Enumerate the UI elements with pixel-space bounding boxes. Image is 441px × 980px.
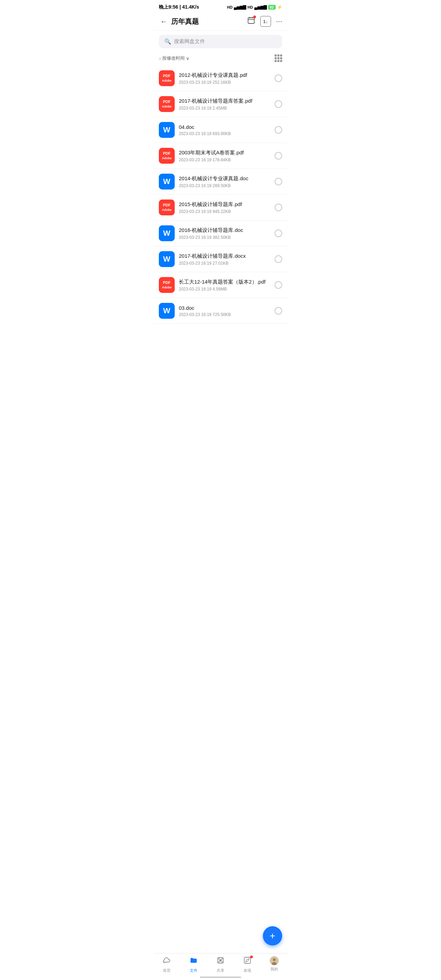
file-name: 2014-机械设计专业课真题.doc [179,175,271,182]
svg-point-34 [218,962,219,963]
status-time: 晚上9:56 | 41.4K/s [159,4,199,10]
file-meta: 2023-03-23 16:19 289.50KB [179,183,271,188]
nav-share[interactable]: 共享 [207,956,234,973]
file-icon-doc: W [159,251,175,267]
file-name: 2012-机械设计专业课真题.pdf [179,72,271,79]
file-name: 2017-机械设计辅导题库.docx [179,253,271,259]
file-item[interactable]: W 2016-机械设计辅导题库.doc2023-03-23 16:19 382.… [153,221,288,247]
user-avatar [270,956,279,965]
svg-rect-0 [248,18,254,24]
file-info: 2015-机械设计辅导题库.pdf2023-03-23 16:19 945.22… [179,201,271,214]
file-info: 03.doc2023-03-23 16:19 725.50KB [179,305,271,317]
file-icon-pdf: PDF Adobe [159,148,175,164]
add-file-button[interactable]: + [263,926,282,945]
search-bar[interactable]: 🔍 搜索网盘文件 [159,35,282,48]
file-item[interactable]: W 2014-机械设计专业课真题.doc2023-03-23 16:19 289… [153,169,288,195]
sort-order-label: 1↓ [263,19,268,24]
calendar-button[interactable] [247,16,255,27]
file-item[interactable]: W 2017-机械设计辅导题库.docx2023-03-23 16:19 27.… [153,247,288,272]
file-select-radio[interactable] [275,229,282,237]
file-select-radio[interactable] [275,281,282,289]
file-select-radio[interactable] [275,307,282,315]
file-select-radio[interactable] [275,126,282,134]
file-select-radio[interactable] [275,204,282,211]
file-info: 长工大12-14年真题答案（版本2）.pdf2023-03-23 16:19 4… [179,279,271,291]
svg-point-38 [273,958,275,961]
file-item[interactable]: PDF Adobe 2015-机械设计辅导题库.pdf2023-03-23 16… [153,195,288,221]
svg-text:W: W [163,126,170,134]
file-name: 长工大12-14年真题答案（版本2）.pdf [179,279,271,285]
sort-direction-icon: ↓ [159,56,161,60]
avatar-icon [270,956,279,965]
file-list: PDF Adobe 2012-机械设计专业课真题.pdf2023-03-23 1… [153,65,288,324]
file-meta: 2023-03-23 16:19 27.01KB [179,261,271,266]
file-info: 2003年期末考试A卷答案.pdf2023-03-23 16:19 178.84… [179,150,271,162]
file-icon-pdf: PDF Adobe [159,70,175,86]
sort-dropdown-icon: ∨ [186,56,189,61]
file-meta: 2023-03-23 16:19 2.45MB [179,106,271,111]
svg-text:Adobe: Adobe [162,105,172,108]
nav-discover[interactable]: 发现 [234,956,261,973]
file-meta: 2023-03-23 16:19 252.16KB [179,80,271,85]
svg-text:W: W [163,255,170,263]
file-select-radio[interactable] [275,255,282,263]
sort-label-text: 按修改时间 [162,55,185,61]
svg-rect-7 [159,96,175,112]
file-item[interactable]: PDF Adobe 2012-机械设计专业课真题.pdf2023-03-23 1… [153,65,288,91]
svg-rect-12 [159,148,175,164]
file-meta: 2023-03-23 16:19 725.50KB [179,312,271,317]
svg-text:PDF: PDF [163,100,170,104]
file-name: 2015-机械设计辅导题库.pdf [179,201,271,208]
file-name: 2016-机械设计辅导题库.doc [179,227,271,234]
file-item[interactable]: W 04.doc2023-03-23 16:19 693.00KB [153,117,288,143]
nav-profile[interactable]: 我的 [261,956,288,973]
more-options-button[interactable]: ··· [276,17,282,26]
file-item[interactable]: PDF Adobe 长工大12-14年真题答案（版本2）.pdf2023-03-… [153,272,288,298]
grid-dot [277,60,279,62]
file-name: 04.doc [179,124,271,130]
home-indicator [200,977,241,978]
sort-order-button[interactable]: 1↓ [260,16,271,27]
svg-text:Adobe: Adobe [162,286,172,289]
svg-rect-17 [159,199,175,215]
file-info: 04.doc2023-03-23 16:19 693.00KB [179,124,271,136]
sort-row: ↓ 按修改时间 ∨ [153,52,288,65]
nav-profile-label: 我的 [271,967,278,972]
grid-dot [280,54,282,57]
svg-rect-4 [159,70,175,86]
file-select-radio[interactable] [275,152,282,159]
file-select-radio[interactable] [275,100,282,108]
file-info: 2017-机械设计辅导题库.docx2023-03-23 16:19 27.01… [179,253,271,266]
grid-dot [275,60,277,62]
svg-text:Adobe: Adobe [162,208,172,212]
back-button[interactable]: ← [159,16,169,27]
battery-level: 92 [268,5,275,10]
file-item[interactable]: PDF Adobe 2003年期末考试A卷答案.pdf2023-03-23 16… [153,143,288,169]
header-right: 1↓ ··· [247,16,282,27]
file-select-radio[interactable] [275,75,282,82]
file-icon-doc: W [159,225,175,241]
plus-icon: + [270,931,275,941]
grid-dot [277,54,279,57]
file-item[interactable]: PDF Adobe 2017-机械设计辅导题库答案.pdf2023-03-23 … [153,91,288,117]
svg-text:PDF: PDF [163,203,170,207]
status-bar: 晚上9:56 | 41.4K/s HD ▄▅▆▇ HD ▄▅▆▇ 92 ⚡ [153,0,288,13]
notification-dot [253,16,256,18]
cloud-icon [162,956,171,967]
file-item[interactable]: W 03.doc2023-03-23 16:19 725.50KB [153,298,288,324]
header-left: ← 历年真题 [159,16,199,27]
svg-point-33 [222,958,223,959]
nav-files[interactable]: 文件 [180,956,207,973]
folder-icon [189,956,198,967]
nav-home[interactable]: 首页 [153,956,180,973]
file-info: 2012-机械设计专业课真题.pdf2023-03-23 16:19 252.1… [179,72,271,85]
file-name: 2003年期末考试A卷答案.pdf [179,150,271,156]
sort-label-group[interactable]: ↓ 按修改时间 ∨ [159,55,189,61]
file-icon-pdf: PDF Adobe [159,277,175,293]
file-meta: 2023-03-23 16:19 693.00KB [179,131,271,136]
discover-notification-dot [250,956,253,958]
file-select-radio[interactable] [275,178,282,185]
nav-home-label: 首页 [163,968,170,973]
view-toggle-button[interactable] [275,54,282,62]
svg-text:PDF: PDF [163,74,170,78]
